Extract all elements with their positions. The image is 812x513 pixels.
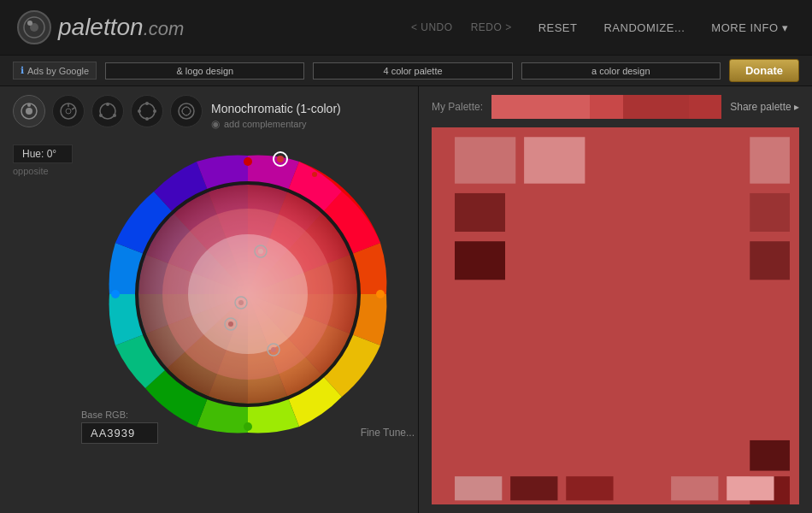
- header: paletton.com < UNDO REDO > RESET RANDOMI…: [0, 0, 812, 56]
- ad-link-3[interactable]: a color design: [521, 62, 721, 80]
- randomize-button[interactable]: RANDOMIZE...: [597, 18, 691, 38]
- svg-rect-50: [750, 440, 790, 471]
- svg-point-7: [66, 109, 71, 114]
- svg-point-19: [179, 103, 194, 119]
- palette-color-3[interactable]: [623, 95, 689, 119]
- svg-point-15: [145, 102, 149, 105]
- svg-rect-56: [727, 476, 774, 500]
- svg-rect-46: [455, 193, 505, 232]
- svg-rect-42: [432, 127, 799, 504]
- svg-rect-47: [455, 241, 505, 280]
- color-wheel[interactable]: [77, 144, 419, 444]
- svg-point-12: [113, 114, 116, 117]
- svg-point-11: [106, 103, 109, 106]
- svg-point-14: [139, 103, 155, 119]
- base-rgb-label: Base RGB:: [81, 410, 158, 420]
- add-complementary-btn[interactable]: ◉ add complementary: [211, 118, 341, 130]
- svg-point-18: [138, 109, 141, 113]
- ad-bar: ℹ Ads by Google & logo design 4 color pa…: [0, 56, 812, 86]
- svg-rect-49: [750, 241, 790, 280]
- svg-point-17: [145, 117, 149, 121]
- info-icon: ℹ: [21, 65, 24, 76]
- svg-point-21: [244, 157, 252, 166]
- svg-point-23: [244, 422, 252, 431]
- mode-title: Monochromatic (1-color): [211, 102, 341, 115]
- palette-color-4[interactable]: [689, 95, 721, 119]
- mode-icons-group: [13, 95, 203, 127]
- mode-triad-icon[interactable]: [91, 95, 124, 127]
- mode-freeform-icon[interactable]: [170, 95, 203, 127]
- ads-by-google: ℹ Ads by Google: [13, 62, 97, 80]
- more-info-button[interactable]: MORE INFO ▾: [704, 18, 795, 38]
- undo-redo-group: < UNDO REDO >: [404, 18, 519, 37]
- palette-color-1[interactable]: [491, 95, 590, 119]
- header-nav: < UNDO REDO > RESET RANDOMIZE... MORE IN…: [404, 18, 795, 38]
- svg-rect-54: [566, 476, 613, 500]
- svg-rect-45: [750, 137, 790, 183]
- svg-line-9: [72, 108, 75, 109]
- svg-point-4: [26, 108, 32, 115]
- reset-button[interactable]: RESET: [532, 18, 585, 38]
- mode-adjacent-icon[interactable]: [52, 95, 85, 127]
- base-rgb-container: Base RGB: AA3939: [81, 410, 158, 444]
- right-panel: My Palette: Share palette: [419, 86, 812, 513]
- add-comp-icon: ◉: [211, 118, 220, 130]
- color-grid-svg[interactable]: [432, 127, 799, 504]
- donate-button[interactable]: Donate: [729, 59, 799, 82]
- palette-label: My Palette:: [432, 101, 483, 113]
- ad-link-2[interactable]: 4 color palette: [313, 62, 512, 80]
- svg-point-39: [228, 321, 233, 327]
- mode-info: Monochromatic (1-color) ◉ add complement…: [211, 102, 341, 130]
- ad-link-1[interactable]: & logo design: [105, 62, 304, 80]
- svg-point-13: [99, 114, 103, 117]
- svg-point-24: [111, 290, 120, 298]
- svg-rect-52: [455, 476, 502, 500]
- main-content: Monochromatic (1-color) ◉ add complement…: [0, 86, 812, 513]
- left-panel: Monochromatic (1-color) ◉ add complement…: [0, 86, 419, 513]
- share-palette-btn[interactable]: Share palette: [730, 101, 799, 113]
- palette-color-2[interactable]: [590, 95, 622, 119]
- svg-rect-53: [510, 476, 557, 500]
- mode-monochromatic-icon[interactable]: [13, 95, 45, 127]
- logo-icon: [17, 10, 51, 44]
- logo: paletton.com: [17, 10, 184, 44]
- redo-button[interactable]: REDO >: [464, 18, 519, 37]
- svg-rect-43: [455, 137, 515, 183]
- hue-control: Hue: 0° opposite: [13, 144, 64, 176]
- color-grid[interactable]: [432, 127, 799, 504]
- svg-rect-44: [524, 137, 585, 183]
- svg-point-5: [27, 103, 31, 107]
- svg-point-31: [312, 172, 317, 177]
- undo-button[interactable]: < UNDO: [404, 18, 460, 37]
- svg-point-20: [182, 107, 191, 115]
- mode-tetrad-icon[interactable]: [131, 95, 163, 127]
- svg-point-41: [271, 347, 276, 352]
- hue-value[interactable]: Hue: 0°: [13, 144, 73, 163]
- svg-point-35: [258, 249, 263, 254]
- logo-wordmark: paletton.com: [58, 14, 184, 41]
- svg-point-37: [238, 300, 244, 305]
- svg-point-2: [27, 21, 32, 26]
- svg-rect-55: [671, 476, 718, 500]
- fine-tune-btn[interactable]: Fine Tune...: [361, 424, 415, 439]
- color-wheel-container[interactable]: Base RGB: AA3939 Fine Tune...: [77, 144, 419, 444]
- opposite-label: opposite: [13, 166, 64, 176]
- palette-bar-row: My Palette: Share palette: [432, 95, 799, 119]
- svg-point-28: [188, 234, 308, 354]
- base-rgb-value[interactable]: AA3939: [81, 422, 158, 444]
- svg-point-33: [277, 156, 284, 162]
- svg-point-16: [153, 109, 156, 113]
- palette-preview-bar[interactable]: [491, 95, 721, 119]
- svg-rect-48: [750, 193, 790, 232]
- svg-point-22: [376, 290, 385, 298]
